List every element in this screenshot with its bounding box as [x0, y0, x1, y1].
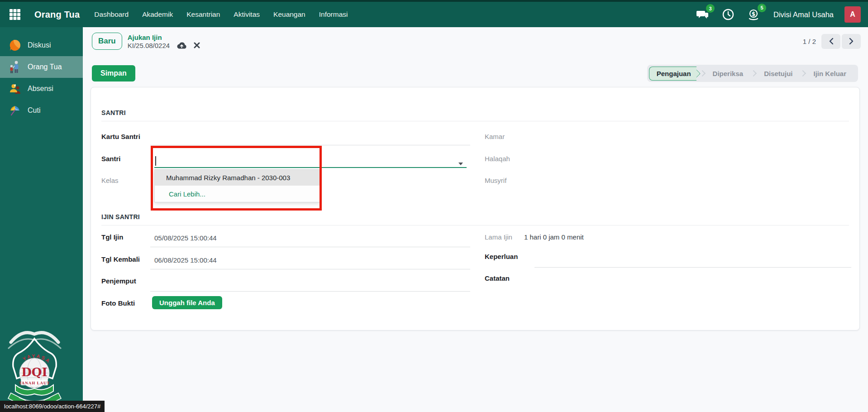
clock-icon	[722, 9, 734, 20]
step-disetujui[interactable]: Disetujui	[757, 70, 800, 77]
sidebar-item-absensi[interactable]: Absensi	[0, 78, 83, 100]
expenses-button[interactable]: $ 5	[746, 7, 762, 22]
save-cloud-icon[interactable]	[176, 42, 187, 49]
record-status-badge: Baru	[92, 33, 122, 50]
step-ijin-keluar[interactable]: Ijin Keluar	[806, 70, 854, 77]
form-controls: Simpan Pengajuan Diperiksa Disetujui Iji…	[92, 64, 858, 82]
foto-bukti-label: Foto Bukti	[101, 299, 135, 307]
main-menu: Dashboard Akademik Kesantrian Aktivitas …	[94, 10, 348, 19]
catatan-label: Catatan	[485, 274, 510, 282]
step-pengajuan[interactable]: Pengajuan	[649, 67, 696, 81]
sidebar-item-cuti[interactable]: Cuti	[0, 100, 83, 121]
pager-previous-button[interactable]	[821, 34, 840, 49]
attendance-icon	[8, 82, 22, 96]
apps-grid-icon[interactable]	[7, 7, 23, 22]
umbrella-icon	[8, 104, 22, 117]
section-divider	[101, 121, 849, 121]
tgl-ijin-underline	[150, 247, 470, 247]
halaqah-label: Halaqah	[485, 155, 510, 163]
dropdown-option-santri[interactable]: Muhammad Rizky Ramadhan - 2030-003	[155, 170, 320, 186]
pager-counter: 1 / 2	[803, 38, 816, 45]
sidebar-item-orang-tua[interactable]: Orang Tua	[0, 56, 83, 78]
santri-label: Santri	[101, 155, 121, 163]
svg-text:DQI: DQI	[21, 365, 47, 379]
santri-input[interactable]	[154, 167, 467, 168]
parents-icon	[8, 60, 22, 74]
foundation-logo: YAYASAN DQI TANAH LAUT	[2, 325, 67, 407]
user-avatar[interactable]: A	[844, 6, 861, 23]
nav-akademik[interactable]: Akademik	[142, 10, 173, 19]
svg-text:TANAH LAUT: TANAH LAUT	[19, 381, 50, 385]
top-navbar: Orang Tua Dashboard Akademik Kesantrian …	[0, 0, 868, 27]
messages-button[interactable]: 3	[695, 8, 710, 21]
chevron-left-icon	[829, 38, 834, 45]
form-sheet: SANTRI Kartu Santri Santri Kelas Kamar H…	[91, 87, 860, 331]
breadcrumb: Baru Ajukan Ijin KI/25.08/0224 1 / 2	[92, 31, 861, 52]
save-button[interactable]: Simpan	[92, 65, 135, 81]
section-divider	[101, 225, 849, 225]
tgl-kembali-input[interactable]: 06/08/2025 15:00:44	[154, 256, 217, 264]
sidebar-item-label: Orang Tua	[28, 63, 62, 71]
penjemput-field[interactable]	[150, 291, 470, 292]
app-title[interactable]: Orang Tua	[34, 10, 80, 20]
chevron-right-icon	[849, 38, 854, 45]
company-name[interactable]: Divisi Amal Usaha	[773, 10, 834, 19]
nav-dashboard[interactable]: Dashboard	[94, 10, 129, 19]
keperluan-field[interactable]	[534, 267, 851, 268]
svg-text:$: $	[752, 10, 755, 17]
dropdown-search-more[interactable]: Cari Lebih...	[155, 186, 320, 202]
nav-informasi[interactable]: Informasi	[319, 10, 348, 19]
santri-autocomplete-dropdown: Muhammad Rizky Ramadhan - 2030-003 Cari …	[154, 169, 320, 202]
statusbar-steps: Pengajuan Diperiksa Disetujui Ijin Kelua…	[647, 65, 858, 82]
section-title-ijin-santri: IJIN SANTRI	[101, 213, 140, 220]
breadcrumb-parent-link[interactable]: Ajukan Ijin	[128, 34, 200, 41]
musyrif-label: Musyrif	[485, 177, 506, 184]
keperluan-label: Keperluan	[485, 253, 518, 260]
messages-badge: 3	[706, 4, 715, 13]
nav-aktivitas[interactable]: Aktivitas	[234, 10, 260, 19]
kartu-santri-label: Kartu Santri	[101, 133, 140, 140]
sidebar-item-label: Cuti	[28, 106, 40, 115]
tgl-kembali-label: Tgl Kembali	[101, 255, 140, 263]
step-separator-icon	[800, 70, 806, 77]
kartu-santri-field[interactable]	[150, 145, 470, 145]
nav-keuangan[interactable]: Keuangan	[273, 10, 305, 19]
tgl-ijin-input[interactable]: 05/08/2025 15:00:44	[154, 234, 217, 242]
section-title-santri: SANTRI	[101, 109, 126, 116]
upload-file-button[interactable]: Unggah file Anda	[152, 296, 222, 309]
app-window: Orang Tua Dashboard Akademik Kesantrian …	[0, 0, 868, 412]
sidebar: Diskusi Orang Tua	[0, 27, 83, 412]
sidebar-item-diskusi[interactable]: Diskusi	[0, 34, 83, 56]
sidebar-item-label: Diskusi	[28, 41, 51, 49]
nav-kesantrian[interactable]: Kesantrian	[186, 10, 220, 19]
statusbar-url: localhost:8069/odoo/action-664/227#	[0, 401, 105, 412]
lama-ijin-value: 1 hari 0 jam 0 menit	[524, 233, 584, 241]
tgl-ijin-label: Tgl Ijin	[101, 233, 123, 241]
text-cursor	[155, 156, 156, 166]
dropdown-caret-icon[interactable]	[458, 163, 463, 165]
sidebar-item-label: Absensi	[28, 85, 53, 93]
penjemput-label: Penjemput	[101, 277, 136, 285]
kelas-label: Kelas	[101, 177, 119, 184]
step-separator-icon	[750, 70, 757, 77]
record-pager: 1 / 2	[803, 34, 861, 49]
activities-badge: 5	[758, 4, 766, 12]
kamar-label: Kamar	[485, 133, 505, 140]
grid-icon	[9, 9, 21, 20]
lama-ijin-label: Lama Ijin	[485, 233, 512, 241]
record-reference: KI/25.08/0224	[128, 42, 170, 49]
activities-clock-button[interactable]	[721, 7, 735, 22]
main-content: Baru Ajukan Ijin KI/25.08/0224 1 / 2	[83, 27, 868, 412]
tgl-kembali-underline	[150, 269, 470, 269]
pager-next-button[interactable]	[842, 34, 861, 49]
svg-text:YAYASAN: YAYASAN	[2, 325, 52, 364]
discard-x-icon[interactable]	[194, 42, 200, 48]
step-diperiksa[interactable]: Diperiksa	[706, 70, 751, 77]
discuss-icon	[8, 38, 22, 52]
